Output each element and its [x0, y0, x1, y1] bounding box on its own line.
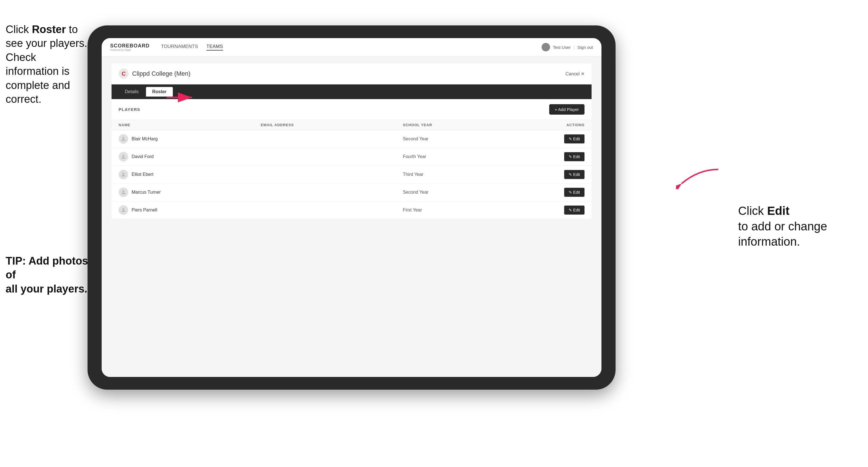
player-avatar	[119, 170, 128, 179]
app-header: SCOREBOARD Powered by clippd TOURNAMENTS…	[102, 38, 601, 57]
player-school-year: Third Year	[403, 172, 545, 177]
players-section: PLAYERS + Add Player NAME EMAIL ADDRESS …	[112, 99, 592, 219]
nav-tournaments[interactable]: TOURNAMENTS	[161, 44, 198, 51]
logo-sub: Powered by clippd	[110, 49, 150, 52]
svg-point-0	[123, 137, 125, 139]
svg-point-4	[123, 208, 125, 210]
team-header: C Clippd College (Men) Cancel ✕	[112, 64, 592, 84]
header-right: Test User | Sign out	[541, 43, 593, 52]
actions-cell: ✎ Edit	[545, 134, 585, 144]
actions-cell: ✎ Edit	[545, 152, 585, 161]
tab-details[interactable]: Details	[119, 87, 145, 97]
team-name: Clippd College (Men)	[132, 70, 191, 77]
player-school-year: Second Year	[403, 190, 545, 195]
edit-arrow	[676, 166, 721, 189]
user-name: Test User	[553, 45, 571, 50]
table-row: Piers Parnell First Year ✎ Edit	[112, 201, 592, 219]
nav-links: TOURNAMENTS TEAMS	[161, 44, 541, 51]
left-instruction-text: Click Roster to see your players. Check …	[6, 23, 88, 106]
player-name: Piers Parnell	[132, 208, 157, 213]
edit-button[interactable]: ✎ Edit	[564, 170, 585, 179]
edit-button[interactable]: ✎ Edit	[564, 134, 585, 144]
col-actions: ACTIONS	[545, 123, 585, 127]
table-row: Elliot Ebert Third Year ✎ Edit	[112, 166, 592, 184]
table-row: David Ford Fourth Year ✎ Edit	[112, 148, 592, 166]
actions-cell: ✎ Edit	[545, 188, 585, 197]
table-row: Blair McHarg Second Year ✎ Edit	[112, 130, 592, 148]
actions-cell: ✎ Edit	[545, 170, 585, 179]
header-divider: |	[574, 45, 575, 50]
player-name-cell: David Ford	[119, 152, 260, 161]
tablet-frame: SCOREBOARD Powered by clippd TOURNAMENTS…	[88, 25, 616, 390]
actions-cell: ✎ Edit	[545, 206, 585, 215]
player-avatar	[119, 205, 128, 215]
cancel-button[interactable]: Cancel ✕	[566, 71, 585, 76]
player-school-year: Second Year	[403, 136, 545, 142]
edit-button[interactable]: ✎ Edit	[564, 152, 585, 161]
sign-out-link[interactable]: Sign out	[578, 45, 593, 50]
svg-point-3	[123, 190, 125, 192]
team-name-area: C Clippd College (Men)	[119, 69, 191, 79]
player-school-year: Fourth Year	[403, 154, 545, 159]
tip-text: TIP: Add photos ofall your players.	[6, 254, 93, 296]
table-row: Marcus Turner Second Year ✎ Edit	[112, 184, 592, 201]
player-rows: Blair McHarg Second Year ✎ Edit David Fo…	[112, 130, 592, 219]
team-logo: C	[119, 69, 129, 79]
svg-point-1	[123, 155, 125, 157]
user-avatar	[541, 43, 550, 52]
player-name-cell: Piers Parnell	[119, 205, 260, 215]
logo-text: SCOREBOARD	[110, 43, 150, 49]
table-header: NAME EMAIL ADDRESS SCHOOL YEAR ACTIONS	[112, 120, 592, 130]
col-year: SCHOOL YEAR	[403, 123, 545, 127]
player-name: David Ford	[132, 154, 154, 159]
player-avatar	[119, 152, 128, 161]
add-player-button[interactable]: + Add Player	[549, 104, 585, 115]
col-email: EMAIL ADDRESS	[260, 123, 403, 127]
player-name-cell: Marcus Turner	[119, 187, 260, 197]
player-avatar	[119, 134, 128, 144]
players-title: PLAYERS	[119, 107, 140, 112]
nav-teams[interactable]: TEAMS	[207, 44, 223, 51]
player-name-cell: Elliot Ebert	[119, 170, 260, 179]
player-avatar	[119, 187, 128, 197]
logo-area: SCOREBOARD Powered by clippd	[110, 43, 150, 52]
player-school-year: First Year	[403, 208, 545, 213]
players-table: NAME EMAIL ADDRESS SCHOOL YEAR ACTIONS B…	[112, 120, 592, 219]
svg-point-2	[123, 173, 125, 175]
player-name: Elliot Ebert	[132, 172, 153, 177]
edit-button[interactable]: ✎ Edit	[564, 206, 585, 215]
col-name: NAME	[119, 123, 260, 127]
player-name: Blair McHarg	[132, 136, 158, 142]
roster-arrow	[164, 89, 198, 106]
player-name-cell: Blair McHarg	[119, 134, 260, 144]
edit-button[interactable]: ✎ Edit	[564, 188, 585, 197]
right-instruction-text: Click Editto add or changeinformation.	[738, 203, 851, 250]
player-name: Marcus Turner	[132, 190, 161, 195]
